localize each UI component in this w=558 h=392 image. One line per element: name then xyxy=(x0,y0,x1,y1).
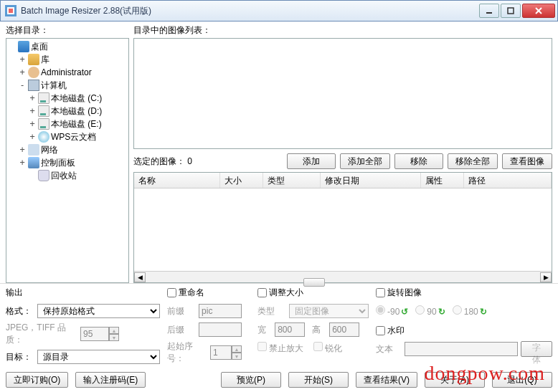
collapse-icon[interactable]: - xyxy=(18,80,27,90)
seq-label: 起始序号： xyxy=(167,340,207,365)
quality-label: JPEG，TIFF 品质： xyxy=(6,322,77,346)
disk-icon xyxy=(38,118,49,130)
window-title: Batch Image Resizer 2.88(试用版) xyxy=(21,5,479,17)
tree-node-library[interactable]: +库 xyxy=(6,53,128,66)
order-now-button[interactable]: 立即订购(O) xyxy=(6,372,68,388)
watermark-checkbox[interactable] xyxy=(376,326,385,335)
watermark-label: 水印 xyxy=(387,325,405,337)
rotate-cw-icon: ↻ xyxy=(438,307,445,317)
library-icon xyxy=(28,54,39,65)
col-path[interactable]: 路径 xyxy=(464,173,552,188)
expand-icon[interactable]: + xyxy=(28,132,37,142)
about-button[interactable]: 关于(A) xyxy=(425,372,485,388)
quality-up: ▲ xyxy=(109,327,119,334)
sharpen-checkbox xyxy=(313,342,323,351)
seq-down: ▼ xyxy=(232,353,242,360)
rotate-90-option: 90↻ xyxy=(415,305,445,317)
expand-icon[interactable]: + xyxy=(28,119,37,129)
tree-node-wps[interactable]: +WPS云文档 xyxy=(6,130,128,143)
tree-node-computer[interactable]: -计算机 xyxy=(6,79,128,92)
view-result-button[interactable]: 查看结果(V) xyxy=(356,372,417,388)
view-image-button[interactable]: 查看图像 xyxy=(502,153,552,169)
scroll-right-icon[interactable]: ▶ xyxy=(540,272,552,282)
output-label: 输出 xyxy=(6,287,160,299)
no-enlarge-option: 禁止放大 xyxy=(257,342,303,355)
col-type[interactable]: 类型 xyxy=(263,173,321,188)
expand-icon[interactable]: + xyxy=(28,93,37,103)
prefix-input xyxy=(199,304,242,318)
add-button[interactable]: 添加 xyxy=(287,153,336,169)
enter-reg-button[interactable]: 输入注册码(E) xyxy=(75,372,146,388)
horizontal-scrollbar[interactable]: ◀ ▶ xyxy=(134,271,552,282)
minimize-button[interactable] xyxy=(479,4,499,18)
cloud-icon xyxy=(38,131,49,143)
quality-down: ▼ xyxy=(109,334,119,341)
font-button: 字体 xyxy=(521,341,552,357)
exit-button[interactable]: 退出(Q) xyxy=(492,372,552,388)
user-icon xyxy=(28,67,39,78)
wm-text-input xyxy=(405,342,518,356)
col-size[interactable]: 大小 xyxy=(220,173,263,188)
svg-rect-4 xyxy=(508,8,514,14)
expand-icon[interactable]: + xyxy=(18,67,27,77)
remove-all-button[interactable]: 移除全部 xyxy=(448,153,498,169)
svg-rect-2 xyxy=(9,9,13,13)
format-select[interactable]: 保持原始格式 xyxy=(37,304,160,318)
disk-icon xyxy=(38,105,49,117)
width-label: 宽 xyxy=(257,324,272,336)
table-header: 名称 大小 类型 修改日期 属性 路径 xyxy=(134,173,552,188)
tree-node-network[interactable]: +网络 xyxy=(6,143,128,156)
tree-node-control-panel[interactable]: +控制面板 xyxy=(6,156,128,169)
scroll-thumb[interactable] xyxy=(303,278,325,287)
close-button[interactable] xyxy=(522,4,555,18)
tree-node-desktop[interactable]: +桌面 xyxy=(6,40,128,53)
rotate-ccw-icon: ↺ xyxy=(401,307,408,317)
target-select[interactable]: 源目录 xyxy=(37,350,160,364)
image-list-box[interactable] xyxy=(133,38,552,149)
type-label: 类型 xyxy=(257,305,286,317)
rename-checkbox[interactable] xyxy=(167,288,176,297)
width-input xyxy=(275,322,305,337)
rotate-180-radio xyxy=(453,305,462,315)
titlebar: Batch Image Resizer 2.88(试用版) xyxy=(0,0,558,21)
tree-node-recycle-bin[interactable]: +回收站 xyxy=(6,169,128,182)
scroll-left-icon[interactable]: ◀ xyxy=(134,272,146,282)
start-button[interactable]: 开始(S) xyxy=(288,372,349,388)
no-enlarge-checkbox xyxy=(257,342,267,351)
tree-node-disk-d[interactable]: +本地磁盘 (D:) xyxy=(6,105,128,118)
rotate-180-option: 180↻ xyxy=(453,305,487,317)
directory-tree[interactable]: +桌面 +库 +Administrator -计算机 +本地磁盘 (C:) +本… xyxy=(6,38,129,283)
resize-type-select: 固定图像 xyxy=(289,304,369,318)
rename-label: 重命名 xyxy=(179,287,204,299)
disk-icon xyxy=(38,92,49,104)
tree-node-administrator[interactable]: +Administrator xyxy=(6,66,128,79)
rotate-m90-option: -90↺ xyxy=(376,305,408,317)
wm-text-label: 文本 xyxy=(376,343,402,355)
tree-node-disk-c[interactable]: +本地磁盘 (C:) xyxy=(6,92,128,105)
expand-icon[interactable]: + xyxy=(18,145,27,155)
expand-icon[interactable]: + xyxy=(18,54,27,64)
computer-icon xyxy=(28,80,39,91)
choose-dir-label: 选择目录： xyxy=(6,24,129,37)
prefix-label: 前缀 xyxy=(167,305,196,317)
image-list-label: 目录中的图像列表： xyxy=(133,24,552,37)
col-modified[interactable]: 修改日期 xyxy=(321,173,421,188)
suffix-input xyxy=(199,322,242,337)
expand-icon[interactable]: + xyxy=(18,158,27,168)
rotate-checkbox[interactable] xyxy=(376,288,385,297)
rotate-90-radio xyxy=(415,305,425,315)
maximize-button[interactable] xyxy=(501,4,521,18)
col-name[interactable]: 名称 xyxy=(134,173,220,188)
remove-button[interactable]: 移除 xyxy=(394,153,443,169)
rotate-label: 旋转图像 xyxy=(387,287,422,299)
expand-icon[interactable]: + xyxy=(28,106,37,116)
recycle-bin-icon xyxy=(38,170,49,181)
control-panel-icon xyxy=(28,157,39,168)
table-body[interactable] xyxy=(134,188,552,271)
resize-checkbox[interactable] xyxy=(257,288,267,297)
preview-button[interactable]: 预览(P) xyxy=(221,372,281,388)
target-label: 目标： xyxy=(6,351,34,363)
add-all-button[interactable]: 添加全部 xyxy=(340,153,390,169)
col-attr[interactable]: 属性 xyxy=(421,173,464,188)
tree-node-disk-e[interactable]: +本地磁盘 (E:) xyxy=(6,118,128,130)
